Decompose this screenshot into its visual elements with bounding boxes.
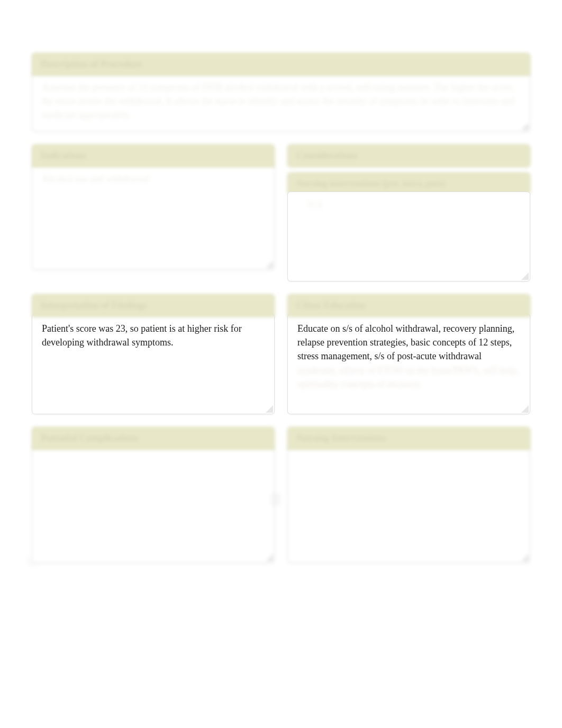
corner-marker-icon: [28, 557, 37, 566]
nursing-interventions-header: Nursing Interventions: [287, 427, 530, 450]
client-education-section: Client Education Educate on s/s of alcoh…: [287, 294, 530, 414]
complications-body[interactable]: [32, 447, 275, 563]
resize-handle-icon: [521, 272, 529, 280]
education-blurred-text: syndrome, effects of ETOH on the brain/P…: [297, 363, 520, 391]
education-visible-text: Educate on s/s of alcohol withdrawal, re…: [297, 322, 520, 363]
indications-header: Indications: [32, 144, 275, 167]
interpretation-header: Interpretation of Findings: [32, 294, 275, 317]
row-1: Indications Alcohol use and withdrawal C…: [32, 144, 530, 281]
considerations-section: Considerations Nursing interventions (pr…: [287, 144, 530, 281]
resize-handle-icon: [521, 123, 529, 130]
description-section: Description of Procedure Assesses the pr…: [32, 53, 530, 132]
row-2: Interpretation of Findings Patient's sco…: [32, 294, 530, 414]
interpretation-section: Interpretation of Findings Patient's sco…: [32, 294, 275, 414]
nursing-interventions-section: Nursing Interventions: [287, 427, 530, 563]
resize-handle-icon: [266, 261, 273, 268]
complications-section: Potential Complications: [32, 427, 275, 563]
considerations-body[interactable]: N/A: [287, 192, 530, 281]
considerations-header: Considerations: [287, 144, 530, 167]
side-marker-icon: [271, 493, 280, 506]
resize-handle-icon: [266, 554, 273, 561]
resize-handle-icon: [521, 554, 529, 561]
description-body[interactable]: Assesses the presence of 10 symptoms of …: [32, 72, 530, 132]
resize-handle-icon: [521, 405, 529, 413]
interpretation-body[interactable]: Patient's score was 23, so patient is at…: [32, 314, 275, 414]
complications-header: Potential Complications: [32, 427, 275, 450]
indications-section: Indications Alcohol use and withdrawal: [32, 144, 275, 281]
client-education-header: Client Education: [287, 294, 530, 317]
nursing-interventions-body[interactable]: [287, 447, 530, 563]
row-3: Potential Complications Nursing Interven…: [32, 427, 530, 563]
considerations-text: N/A: [297, 196, 520, 213]
client-education-body[interactable]: Educate on s/s of alcohol withdrawal, re…: [287, 314, 530, 414]
resize-handle-icon: [266, 405, 273, 413]
description-header: Description of Procedure: [32, 53, 530, 76]
indications-body[interactable]: Alcohol use and withdrawal: [32, 164, 275, 270]
